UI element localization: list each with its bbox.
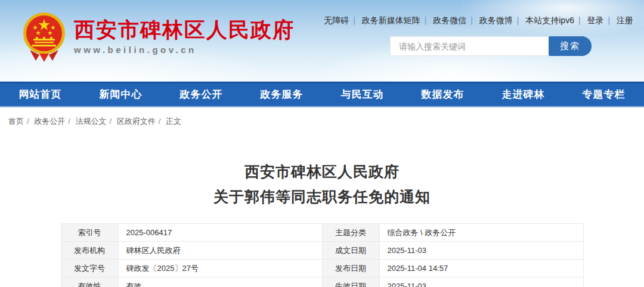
breadcrumb-separator: / [159,117,161,126]
document-title-line2: 关于郭伟等同志职务任免的通知 [0,184,644,209]
link-ipv6-support[interactable]: 本站支持ipv6 [523,15,577,25]
meta-label-effective-date: 生效日期 [322,277,379,287]
meta-label-index-number: 索引号 [61,224,118,242]
nav-item-special-topics[interactable]: 专题专栏 [564,83,644,106]
breadcrumb-separator: / [68,117,70,126]
nav-item-home[interactable]: 网站首页 [0,83,80,106]
link-separator: | [351,15,357,25]
site-title-block: 西安市碑林区人民政府 www.beilin.gov.cn [74,18,295,54]
table-row: 发文字号 碑政发〔2025〕27号 发布日期 2025-11-04 14:57 [61,260,583,277]
meta-label-issuing-agency: 发布机构 [61,242,118,260]
link-gov-wechat[interactable]: 政务微信 [431,15,469,25]
document-metadata-table: 索引号 2025-006417 主题分类 综合政务 \ 政务公开 发布机构 碑林… [61,223,584,287]
breadcrumb-current: 正文 [166,117,181,126]
meta-value-doc-number: 碑政发〔2025〕27号 [118,260,322,277]
meta-label-validity: 有效性 [61,277,118,287]
document-title-line1: 西安市碑林区人民政府 [0,159,644,184]
breadcrumb-home[interactable]: 首页 [8,117,24,126]
table-row: 有效性 有效 生效日期 2025-11-03 [61,277,583,287]
meta-label-topic-category: 主题分类 [322,224,379,242]
main-navbar: 网站首页 新闻中心 政务公开 政务服务 与民互动 数据发布 走进碑林 专题专栏 [0,82,644,107]
meta-value-issuing-agency: 碑林区人民政府 [118,242,322,260]
link-login[interactable]: 登录 [584,15,606,25]
site-header: 西安市碑林区人民政府 www.beilin.gov.cn 无障碍| 政务新媒体矩… [0,0,644,82]
meta-value-effective-date: 2025-11-03 [379,277,583,287]
table-row: 索引号 2025-006417 主题分类 综合政务 \ 政务公开 [61,224,583,242]
meta-value-topic-category: 综合政务 \ 政务公开 [379,224,583,242]
nav-item-data-release[interactable]: 数据发布 [402,83,483,106]
link-separator: | [515,15,521,25]
site-url: www.beilin.gov.cn [74,45,295,55]
site-brand[interactable]: 西安市碑林区人民政府 www.beilin.gov.cn [23,11,295,62]
link-separator: | [606,15,612,25]
nav-item-interaction[interactable]: 与民互动 [322,83,402,106]
breadcrumb: 首页/ 政务公开/ 法规公文/ 区政府文件/ 正文 [0,107,644,127]
nav-item-gov-services[interactable]: 政务服务 [242,83,322,106]
site-title: 西安市碑林区人民政府 [74,18,295,42]
link-separator: | [469,15,475,25]
nav-item-gov-info[interactable]: 政务公开 [161,83,242,106]
meta-label-publish-date: 发布日期 [322,260,379,277]
meta-label-doc-number: 发文字号 [61,260,118,277]
search-input[interactable] [390,36,549,56]
link-separator: | [577,15,583,25]
breadcrumb-regulations[interactable]: 法规公文 [76,117,107,126]
link-gov-weibo[interactable]: 政务微博 [477,15,515,25]
breadcrumb-separator: / [110,117,112,126]
meta-value-validity: 有效 [118,277,322,287]
link-register[interactable]: 注册 [614,15,636,25]
meta-value-index-number: 2025-006417 [118,224,322,242]
table-row: 发布机构 碑林区人民政府 成文日期 2025-11-03 [61,242,583,260]
meta-label-written-date: 成文日期 [322,242,379,260]
breadcrumb-district-docs[interactable]: 区政府文件 [117,117,156,126]
nav-item-about-beilin[interactable]: 走进碑林 [483,83,564,106]
document-title: 西安市碑林区人民政府 关于郭伟等同志职务任免的通知 [0,159,644,209]
search-bar: 搜索 [390,36,592,56]
search-button[interactable]: 搜索 [549,36,592,56]
breadcrumb-gov-info[interactable]: 政务公开 [34,117,65,126]
nav-item-news[interactable]: 新闻中心 [80,83,161,106]
link-accessibility[interactable]: 无障碍 [321,15,351,25]
top-utility-links: 无障碍| 政务新媒体矩阵| 政务微信| 政务微博| 本站支持ipv6| 登录| … [321,15,636,26]
meta-value-written-date: 2025-11-03 [379,242,583,260]
link-separator: | [423,15,429,25]
national-emblem-icon [23,11,66,62]
meta-value-publish-date: 2025-11-04 14:57 [379,260,583,277]
link-new-media-matrix[interactable]: 政务新媒体矩阵 [360,15,423,25]
breadcrumb-separator: / [27,117,29,126]
